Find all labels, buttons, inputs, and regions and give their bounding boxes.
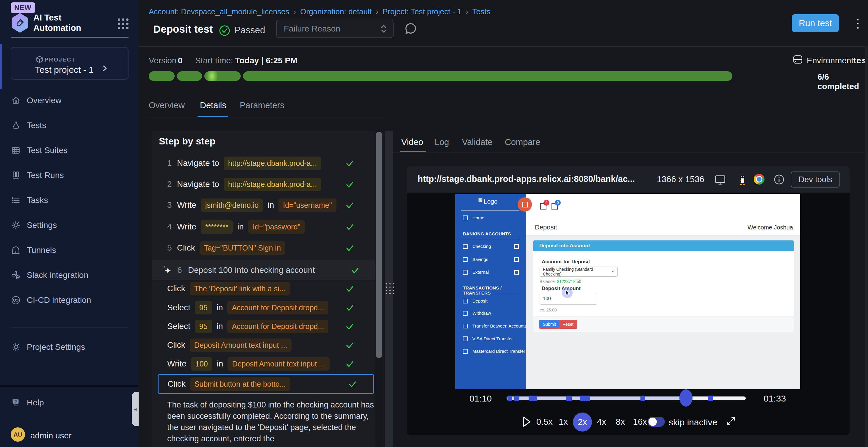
panel-resize-divider[interactable] bbox=[385, 131, 393, 447]
apps-grid-icon[interactable] bbox=[116, 16, 130, 31]
check-icon bbox=[345, 321, 354, 331]
step-verb: Click bbox=[167, 284, 185, 294]
breadcrumb: Account: Devspace_all_module_licenses › … bbox=[149, 7, 491, 16]
dev-tools-button[interactable]: Dev tools bbox=[790, 171, 840, 187]
step-row-2[interactable]: 2 Navigate to http://stage.dbank.prod-a.… bbox=[167, 176, 371, 193]
comment-icon[interactable] bbox=[404, 22, 417, 36]
sidebar-item-slack-integration[interactable]: Slack integration bbox=[11, 267, 130, 283]
sidebar-collapse-handle[interactable]: ◂ bbox=[132, 392, 138, 426]
tab-details[interactable]: Details bbox=[200, 100, 226, 110]
step-number: 6 bbox=[177, 265, 183, 275]
sidebar-item-overview[interactable]: Overview bbox=[11, 92, 130, 109]
speed-0-5x-button[interactable]: 0.5x bbox=[536, 417, 553, 427]
sidebar-scrollbar[interactable] bbox=[0, 44, 2, 89]
timeline-marker bbox=[580, 396, 590, 401]
bank-title-row: Deposit Welcome Joshua bbox=[526, 219, 800, 236]
step-row-4[interactable]: 4 Write ******** in Id="password" bbox=[167, 218, 371, 235]
sidebar-item-tests[interactable]: Tests bbox=[11, 117, 130, 134]
user-name: admin user bbox=[30, 431, 72, 441]
tab-log[interactable]: Log bbox=[435, 137, 449, 147]
step-selector-badge: Tag="BUTTON" Sign in bbox=[199, 241, 285, 255]
run-test-button[interactable]: Run test bbox=[792, 14, 839, 32]
bank-amount-hint: ex. 25.00 bbox=[539, 308, 557, 312]
tunnel-icon bbox=[11, 245, 21, 255]
step-row-1[interactable]: 1 Navigate to http://stage.dbank.prod-a.… bbox=[167, 155, 371, 171]
sidebar-item-settings[interactable]: Settings bbox=[11, 217, 130, 234]
substep-row-2[interactable]: Select 95 in Account for Deposit dropd..… bbox=[167, 299, 371, 316]
tab-validate[interactable]: Validate bbox=[462, 137, 493, 147]
breadcrumb-tests[interactable]: Tests bbox=[472, 7, 491, 16]
substep-row-1[interactable]: Click The 'Deposit' link with a si... bbox=[167, 280, 371, 297]
check-icon bbox=[348, 379, 357, 389]
step-value-badge: jsmith@demo.io bbox=[201, 199, 263, 212]
check-icon bbox=[345, 243, 354, 253]
kebab-menu-icon[interactable]: ⋮ bbox=[852, 16, 864, 30]
failure-reason-select[interactable]: Failure Reason bbox=[276, 20, 394, 38]
project-name: Test project - 1 bbox=[35, 65, 94, 75]
sidebar-item-help[interactable]: ? Help bbox=[11, 394, 130, 411]
version-value: 0 bbox=[178, 56, 183, 65]
tab-overview[interactable]: Overview bbox=[149, 100, 185, 110]
fullscreen-icon[interactable] bbox=[725, 415, 737, 427]
speed-4x-button[interactable]: 4x bbox=[597, 417, 606, 427]
badge-blue: 0 bbox=[555, 200, 561, 206]
breadcrumb-project[interactable]: Project: Test project - 1 bbox=[382, 7, 461, 16]
play-icon[interactable] bbox=[522, 416, 532, 427]
app-title: AI Test Automation bbox=[33, 12, 105, 33]
step-summary-text: The task of depositing $100 into the che… bbox=[167, 399, 375, 444]
substep-row-3[interactable]: Select 95 in Account for Deposit dropd..… bbox=[167, 318, 371, 335]
sidebar-item-test-runs[interactable]: Test Runs bbox=[11, 167, 130, 184]
select-chevrons-icon bbox=[380, 24, 387, 34]
bank-section-transactions: TRANSACTIONS / TRANSFERS bbox=[463, 285, 526, 296]
breadcrumb-organization[interactable]: Organization: default bbox=[300, 7, 372, 16]
video-frame[interactable]: Logo Home BANKING ACCOUNTS Checking Savi… bbox=[455, 194, 800, 389]
header-divider bbox=[138, 46, 868, 47]
timeline-marker bbox=[529, 396, 537, 401]
step-prep: in bbox=[217, 303, 223, 312]
user-avatar[interactable]: AU bbox=[11, 427, 25, 442]
gear-icon bbox=[11, 220, 21, 230]
svg-text:?: ? bbox=[15, 400, 17, 403]
bank-nav-external: External bbox=[463, 270, 489, 275]
substep-row-4[interactable]: Click Deposit Amount text input ... bbox=[167, 337, 371, 353]
step-row-3[interactable]: 3 Write jsmith@demo.io in Id="username" bbox=[167, 197, 371, 213]
steps-scrollbar-thumb[interactable] bbox=[376, 132, 382, 358]
timeline-track[interactable] bbox=[506, 397, 746, 400]
step-selector-badge: Id="username" bbox=[278, 199, 336, 212]
breadcrumb-separator: › bbox=[376, 7, 378, 16]
bank-welcome-text: Welcome Joshua bbox=[747, 224, 793, 231]
speed-8x-button[interactable]: 8x bbox=[616, 417, 625, 427]
sidebar-item-project-settings[interactable]: Project Settings bbox=[11, 339, 130, 355]
drag-handle-icon[interactable] bbox=[386, 283, 394, 294]
sidebar-item-tunnels[interactable]: Tunnels bbox=[11, 242, 130, 259]
tab-video[interactable]: Video bbox=[401, 137, 423, 147]
page-scrollbar-track[interactable] bbox=[865, 46, 868, 447]
step-group-row[interactable]: 6 Deposit 100 into checking account bbox=[152, 260, 376, 280]
info-icon[interactable] bbox=[773, 174, 785, 185]
sidebar-item-test-suites[interactable]: Test Suites bbox=[11, 142, 130, 159]
substep-row-5[interactable]: Write 100 in Deposit Amount text input .… bbox=[167, 355, 371, 372]
square-action-icon bbox=[514, 270, 519, 275]
step-value-badge: ******** bbox=[201, 220, 233, 234]
infinity-icon bbox=[11, 295, 21, 305]
progress-completed-text: 6/6 completed bbox=[817, 72, 868, 91]
breadcrumb-account[interactable]: Account: Devspace_all_module_licenses bbox=[149, 7, 289, 16]
bank-divider bbox=[461, 293, 519, 294]
speed-16x-button[interactable]: 16x bbox=[633, 417, 647, 427]
sidebar-item-tasks[interactable]: Tasks bbox=[11, 192, 130, 209]
skip-inactive-toggle[interactable] bbox=[648, 417, 665, 427]
step-row-5[interactable]: 5 Click Tag="BUTTON" Sign in bbox=[167, 240, 371, 256]
timeline-playhead[interactable] bbox=[679, 389, 692, 407]
slack-icon bbox=[11, 270, 21, 280]
bank-account-select: Family Checking (Standard Checking) bbox=[539, 267, 618, 277]
step-prep: in bbox=[268, 200, 274, 210]
tab-parameters[interactable]: Parameters bbox=[240, 100, 284, 110]
project-switcher[interactable]: PROJECT Test project - 1 bbox=[11, 47, 128, 80]
speed-2x-button-active[interactable]: 2x bbox=[573, 413, 592, 432]
step-prep: in bbox=[217, 321, 223, 331]
chevron-down-icon bbox=[612, 271, 615, 273]
tab-compare[interactable]: Compare bbox=[505, 137, 540, 147]
sidebar-item-cicd-integration[interactable]: CI-CD integration bbox=[11, 292, 130, 309]
speed-1x-button[interactable]: 1x bbox=[559, 417, 568, 427]
substep-row-6-selected[interactable]: Click Submit button at the botto... bbox=[158, 374, 374, 394]
